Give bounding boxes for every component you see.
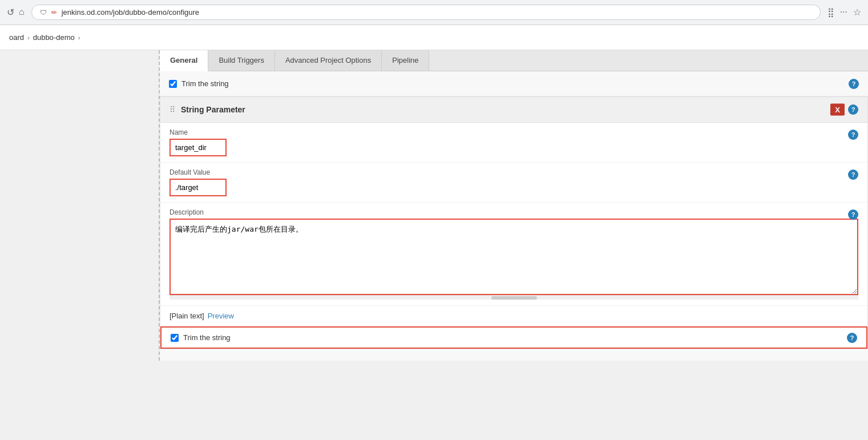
default-value-label: Default Value <box>169 168 858 176</box>
edit-icon: ✏ <box>51 9 57 17</box>
trim-row-bottom: Trim the string ? <box>160 326 867 349</box>
tab-general[interactable]: General <box>160 50 208 71</box>
string-parameter-section: ⠿ String Parameter X ? Name ? Default Va… <box>160 96 868 349</box>
trim-checkbox-top-row: Trim the string <box>169 79 229 88</box>
description-label: Description <box>169 208 858 216</box>
name-field: Name ? <box>160 123 867 163</box>
left-gutter <box>0 50 160 361</box>
section-content: Trim the string ? ⠿ String Parameter X ? <box>160 71 868 361</box>
drag-handle-icon[interactable]: ⠿ <box>169 105 175 114</box>
address-bar[interactable]: 🛡 ✏ jenkins.od.com/job/dubbo-demo/config… <box>31 5 821 20</box>
url-text: jenkins.od.com/job/dubbo-demo/configure <box>62 8 199 17</box>
browser-chrome: ↺ ⌂ 🛡 ✏ jenkins.od.com/job/dubbo-demo/co… <box>0 0 868 25</box>
default-value-input[interactable] <box>169 179 227 196</box>
trim-checkbox-top[interactable] <box>169 80 177 88</box>
trim-help-icon-bottom[interactable]: ? <box>847 333 857 343</box>
nav-icons: ↺ ⌂ <box>7 7 25 18</box>
delete-button[interactable]: X <box>830 104 845 116</box>
trim-row-top: Trim the string ? <box>160 71 868 96</box>
preview-link[interactable]: Preview <box>208 312 234 320</box>
param-header-help-icon[interactable]: ? <box>848 104 858 115</box>
browser-actions: ⣿ ··· ☆ <box>827 7 861 18</box>
qr-icon[interactable]: ⣿ <box>827 7 834 18</box>
description-help-icon[interactable]: ? <box>848 209 858 220</box>
breadcrumb-board: oard <box>9 33 24 42</box>
tab-pipeline[interactable]: Pipeline <box>382 50 429 71</box>
name-help-icon[interactable]: ? <box>848 130 858 140</box>
scrollbar-area <box>169 295 858 300</box>
name-label: Name <box>169 128 858 136</box>
breadcrumb-sep1: › <box>27 34 30 41</box>
tab-advanced-project-options[interactable]: Advanced Project Options <box>275 50 382 71</box>
content-area: General Build Triggers Advanced Project … <box>160 50 868 361</box>
more-icon[interactable]: ··· <box>840 7 847 18</box>
trim-label-top: Trim the string <box>181 79 229 88</box>
default-value-help-icon[interactable]: ? <box>848 169 858 180</box>
star-icon[interactable]: ☆ <box>853 7 861 18</box>
back-icon[interactable]: ↺ <box>7 7 14 18</box>
trim-help-icon-top[interactable]: ? <box>849 79 859 89</box>
description-field: Description ? <box>160 203 867 306</box>
param-title: String Parameter <box>181 105 245 114</box>
tabs: General Build Triggers Advanced Project … <box>160 50 868 71</box>
forward-icon[interactable]: ⌂ <box>19 7 25 18</box>
scrollbar-thumb[interactable] <box>491 296 537 300</box>
page-layout: oard › dubbo-demo › General Build Trigge… <box>0 25 868 361</box>
trim-label-bottom: Trim the string <box>183 333 231 342</box>
preview-row: [Plain text] Preview <box>160 306 867 326</box>
trim-checkbox-bottom[interactable] <box>171 334 179 342</box>
plain-text-label: [Plain text] <box>169 312 204 320</box>
name-input[interactable] <box>169 139 227 156</box>
default-value-field: Default Value ? <box>160 163 867 203</box>
trim-checkbox-bottom-row: Trim the string <box>171 333 231 342</box>
breadcrumb-sep2: › <box>78 34 80 41</box>
breadcrumb: oard › dubbo-demo › <box>0 25 868 50</box>
description-wrapper <box>169 219 858 295</box>
breadcrumb-dubbo-demo[interactable]: dubbo-demo <box>33 33 75 42</box>
tab-build-triggers[interactable]: Build Triggers <box>208 50 274 71</box>
shield-icon: 🛡 <box>40 9 47 17</box>
main-content: General Build Triggers Advanced Project … <box>0 50 868 361</box>
description-textarea[interactable] <box>171 220 857 294</box>
param-header: ⠿ String Parameter X ? <box>160 97 867 123</box>
